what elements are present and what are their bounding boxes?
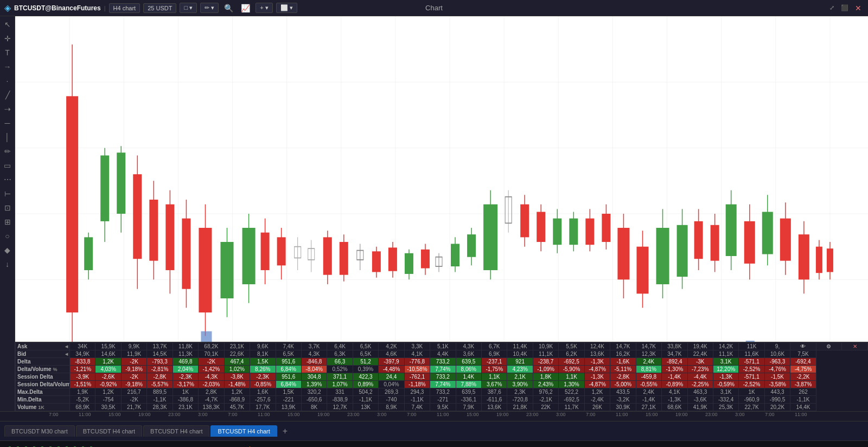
svg-rect-37 <box>199 228 212 312</box>
time-label: 15:00 <box>646 412 658 417</box>
tab-h4-1[interactable]: BTCUSDT H4 chart <box>76 425 142 437</box>
chart-tool[interactable]: ⊞ <box>2 216 14 228</box>
layout-btn[interactable]: ⬜ ▾ <box>276 3 297 13</box>
refresh-icon-10[interactable]: ↺ <box>79 445 85 447</box>
close-row-btn[interactable]: ✕ <box>842 343 868 350</box>
chart-type-btn[interactable]: H4 chart <box>109 3 141 13</box>
svg-rect-35 <box>182 219 190 289</box>
svg-rect-31 <box>149 200 158 261</box>
hline-tool[interactable]: ─ <box>2 117 14 129</box>
svg-rect-99 <box>726 205 737 256</box>
svg-rect-51 <box>323 237 332 274</box>
refresh-icon-8[interactable]: ↺ <box>62 445 68 447</box>
time-label: 11:00 <box>258 412 270 417</box>
dot-tool[interactable]: · <box>2 75 14 87</box>
settings-icon-cell[interactable]: ⚙ <box>816 343 841 350</box>
svg-rect-41 <box>242 228 256 284</box>
svg-rect-75 <box>520 205 529 238</box>
time-label: 11:00 <box>79 412 91 417</box>
cursor-tool[interactable]: ↖ <box>2 18 14 30</box>
line-tool[interactable]: ╱ <box>2 89 14 101</box>
refresh-icon-3[interactable]: ↺ <box>22 445 28 447</box>
tab-m30[interactable]: BTCUSDT M30 chart <box>4 425 75 437</box>
chart-icon: ◈ <box>4 3 11 13</box>
eye-icon-cell[interactable]: 👁 <box>790 343 816 350</box>
rect-tool[interactable]: ▭ <box>2 159 14 171</box>
label-tool[interactable]: ⊡ <box>2 202 14 214</box>
time-label: 15:00 <box>467 412 479 417</box>
svg-rect-27 <box>117 152 125 214</box>
data-table-wrapper: Ask ◂ 34K 15,9K 9,9K 13,7K 11,8K 68,2K 2… <box>15 342 868 411</box>
brush-tool[interactable]: ✏ <box>2 145 14 157</box>
svg-rect-95 <box>694 221 703 259</box>
maximize-btn[interactable]: ⬛ <box>839 3 851 14</box>
svg-rect-101 <box>744 221 755 264</box>
ask-row: Ask ◂ 34K 15,9K 9,9K 13,7K 11,8K 68,2K 2… <box>16 343 868 350</box>
candle-type-btn[interactable]: □ ▾ <box>180 3 197 13</box>
refresh-icon-7[interactable]: ↺ <box>54 445 60 447</box>
refresh-icons-group: ↺ ↺ ↺ ↺ ↺ ↺ ↺ ↺ ↺ ↺ ↺ <box>5 445 93 447</box>
down-arrow-tool[interactable]: ↓ <box>2 258 14 270</box>
expand-btn[interactable]: ⤢ <box>827 3 837 14</box>
add-btn[interactable]: + ▾ <box>256 3 272 13</box>
svg-rect-107 <box>799 234 809 279</box>
circle-tool[interactable]: ○ <box>2 230 14 242</box>
svg-rect-69 <box>467 234 476 257</box>
warning-icon: ⚠ <box>246 445 253 448</box>
refresh-icon-4[interactable]: ↺ <box>30 445 36 447</box>
time-label: 19:00 <box>675 412 688 417</box>
status-bar: ↺ ↺ ↺ ↺ ↺ ↺ ↺ ↺ ↺ ↺ ↺ ▶ F2 - server conn… <box>0 440 868 447</box>
svg-rect-39 <box>220 242 233 298</box>
svg-rect-29 <box>133 174 142 259</box>
ray-tool[interactable]: ⇢ <box>2 103 14 115</box>
tab-h4-2[interactable]: BTCUSDT H4 chart <box>143 425 209 437</box>
separator-1: | <box>104 5 106 11</box>
line-type-btn[interactable]: 📈 <box>239 3 252 14</box>
svg-rect-89 <box>636 247 648 294</box>
add-tab-button[interactable]: + <box>278 426 292 436</box>
draw-btn[interactable]: ✏ ▾ <box>200 3 219 13</box>
title-center: Chart <box>425 4 443 12</box>
refresh-icon-1[interactable]: ↺ <box>5 445 11 447</box>
svg-rect-109 <box>816 247 822 273</box>
time-label: 11:00 <box>616 412 628 417</box>
svg-rect-67 <box>451 244 459 266</box>
refresh-icon-5[interactable]: ↺ <box>38 445 44 447</box>
time-label: 11:00 <box>795 412 807 417</box>
svg-rect-33 <box>165 205 174 270</box>
left-sidebar: ↖ ✛ T → · ╱ ⇢ ─ │ ✏ ▭ ⋯ ⊢ ⊡ ⊞ ○ ◆ ↓ <box>0 16 15 411</box>
arrow-tool[interactable]: → <box>2 61 14 73</box>
delta-label: Delta <box>16 358 70 366</box>
session-delta-label: Session Delta <box>16 373 70 381</box>
delta-row: Delta -833,8 1,2K -2K -793,3 469,8 -2K 4… <box>16 358 868 366</box>
svg-rect-91 <box>656 228 669 284</box>
tab-h4-3[interactable]: BTCUSDT H4 chart <box>210 425 277 437</box>
svg-rect-57 <box>372 251 381 272</box>
time-label: 23:00 <box>347 412 360 417</box>
svg-rect-105 <box>780 219 791 261</box>
refresh-icon-2[interactable]: ↺ <box>14 445 20 447</box>
refresh-icon-11[interactable]: ↺ <box>87 445 93 447</box>
diamond-tool[interactable]: ◆ <box>2 244 14 256</box>
refresh-icon-9[interactable]: ↺ <box>71 445 76 447</box>
volume-label: Volume 1K <box>16 404 70 411</box>
cross-tool[interactable]: ✛ <box>2 33 14 44</box>
max-delta-row: Max.Delta 1,9K 1,2K 216,7 889,5 1K 2,8K … <box>16 388 868 396</box>
main-area: ↖ ✛ T → · ╱ ⇢ ─ │ ✏ ▭ ⋯ ⊢ ⊡ ⊞ ○ ◆ ↓ <box>0 16 868 411</box>
refresh-icon-6[interactable]: ↺ <box>46 445 52 447</box>
min-delta-label: Min.Delta <box>16 396 70 404</box>
text-tool[interactable]: T <box>2 47 14 59</box>
quantity-btn[interactable]: 25 USDT <box>143 3 176 13</box>
close-btn[interactable]: ✕ <box>853 3 864 14</box>
time-label: 3:00 <box>377 412 387 417</box>
svg-rect-97 <box>711 225 719 261</box>
svg-rect-111 <box>827 248 833 272</box>
zoom-btn[interactable]: 🔍 <box>222 3 235 14</box>
fib-tool[interactable]: ⋯ <box>2 174 14 186</box>
session-delta-vol-label: Session Delta/Volum % <box>16 381 70 388</box>
min-delta-row: Min.Delta -5,2K -754 -2K -1,1K -386,8 -4… <box>16 396 868 404</box>
measure-tool[interactable]: ⊢ <box>2 188 14 200</box>
time-label: 3:00 <box>556 412 566 417</box>
vline-tool[interactable]: │ <box>2 131 14 143</box>
svg-rect-59 <box>388 247 397 271</box>
